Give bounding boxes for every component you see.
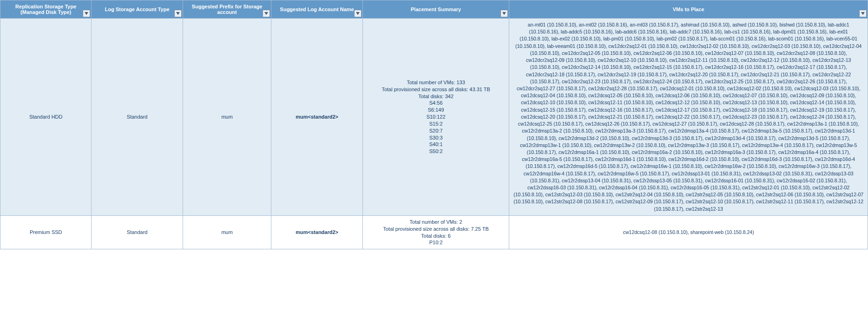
cell-log-account: mum<standard2>	[271, 215, 362, 249]
svg-marker-2	[264, 12, 268, 15]
col-summary[interactable]: Placement Summary	[362, 0, 509, 19]
col-log-account[interactable]: Suggested Log Account Name	[271, 0, 362, 19]
cell-summary: Total number of VMs: 2 Total provisioned…	[362, 215, 509, 249]
table-row: Standard HDD Standard mum mum<standard2>…	[0, 19, 868, 216]
header-label: Replication Storage Type (Managed Disk T…	[15, 4, 76, 15]
header-label: Suggested Log Account Name	[280, 7, 354, 12]
header-label: Log Storage Account Type	[105, 7, 170, 12]
header-label: VMs to Place	[673, 7, 704, 12]
cell-replication-type: Standard HDD	[0, 19, 92, 216]
table-row: Premium SSD Standard mum mum<standard2> …	[0, 215, 868, 249]
svg-marker-4	[502, 12, 506, 15]
col-vms[interactable]: VMs to Place	[509, 0, 868, 19]
filter-dropdown-icon[interactable]	[500, 10, 508, 17]
col-prefix[interactable]: Suggested Prefix for Storage account	[183, 0, 271, 19]
placement-table: Replication Storage Type (Managed Disk T…	[0, 0, 868, 249]
filter-dropdown-icon[interactable]	[354, 10, 362, 17]
col-log-type[interactable]: Log Storage Account Type	[92, 0, 183, 19]
header-row: Replication Storage Type (Managed Disk T…	[0, 0, 868, 19]
cell-replication-type: Premium SSD	[0, 215, 92, 249]
svg-marker-1	[176, 12, 180, 15]
filter-dropdown-icon[interactable]	[83, 10, 90, 17]
cell-log-account: mum<standard2>	[271, 19, 362, 216]
cell-log-type: Standard	[92, 215, 183, 249]
cell-vms: an-mt01 (10.150.8.10), an-mt02 (10.150.8…	[509, 19, 868, 216]
header-label: Suggested Prefix for Storage account	[192, 4, 263, 15]
cell-vms: cw12dcsq12-08 (10.150.8.10), sharepoint-…	[509, 215, 868, 249]
svg-marker-3	[356, 12, 360, 15]
filter-dropdown-icon[interactable]	[263, 10, 270, 17]
cell-prefix: mum	[183, 19, 271, 216]
filter-dropdown-icon[interactable]	[174, 10, 182, 17]
cell-summary: Total number of VMs: 133 Total provision…	[362, 19, 509, 216]
filter-dropdown-icon[interactable]	[859, 10, 867, 17]
col-replication-type[interactable]: Replication Storage Type (Managed Disk T…	[0, 0, 92, 19]
cell-log-type: Standard	[92, 19, 183, 216]
header-label: Placement Summary	[411, 7, 461, 12]
svg-marker-5	[861, 12, 865, 15]
svg-marker-0	[85, 12, 88, 15]
cell-prefix: mum	[183, 215, 271, 249]
